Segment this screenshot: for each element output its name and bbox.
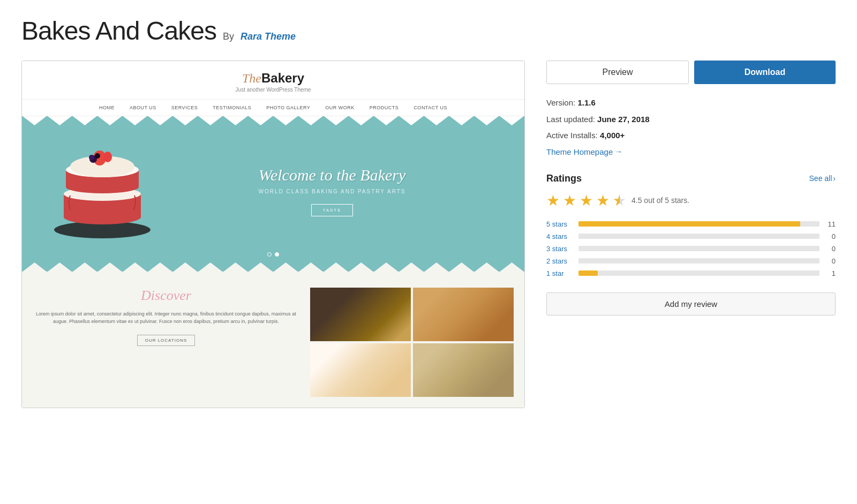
rating-bar-4stars: 4 stars 0 [546, 232, 836, 240]
food-image-2 [413, 288, 514, 341]
preview-button[interactable]: Preview [546, 61, 689, 84]
star-3: ★ [580, 192, 593, 209]
discover-title: Discover [33, 288, 299, 304]
svg-point-9 [103, 152, 112, 162]
rating-bar-count-5: 11 [825, 220, 836, 228]
rating-bar-track-4 [578, 234, 820, 239]
rating-bars: 5 stars 11 4 stars 0 3 stars [546, 220, 836, 277]
star-4: ★ [596, 192, 610, 209]
see-all-label: See all [809, 174, 832, 183]
locations-button[interactable]: OUR LOCATIONS [137, 335, 196, 346]
site-bottom-section: Discover Lorem ipsum dolor sit amet, con… [22, 272, 524, 408]
nav-testimonials[interactable]: TESTIMONIALS [213, 105, 251, 110]
star-2: ★ [563, 192, 576, 209]
sidebar: Preview Download Version: 1.1.6 Last upd… [546, 61, 836, 315]
site-preview: TheBakery Just another WordPress Theme H… [22, 61, 524, 408]
version-row: Version: 1.1.6 [546, 97, 836, 109]
rating-bar-count-2: 0 [825, 257, 836, 265]
meta-info: Version: 1.1.6 Last updated: June 27, 20… [546, 97, 836, 157]
active-installs-row: Active Installs: 4,000+ [546, 130, 836, 142]
stars-display: ★ ★ ★ ★ ★ ★ 4.5 out of 5 stars. [546, 192, 836, 209]
food-image-4 [413, 343, 514, 397]
rating-bar-label-1[interactable]: 1 star [546, 269, 573, 277]
site-header: TheBakery Just another WordPress Theme [22, 61, 524, 100]
arrow-right-icon: → [615, 147, 622, 156]
hero-dot-2[interactable] [275, 252, 279, 257]
page-header: Bakes And Cakes By Rara Theme [21, 16, 836, 46]
page-title-author[interactable]: Rara Theme [240, 31, 296, 42]
rating-bar-track-3 [578, 246, 820, 251]
star-5-half: ★ ★ [613, 192, 626, 209]
food-images-grid [310, 288, 514, 397]
rating-bar-label-4[interactable]: 4 stars [546, 232, 573, 240]
last-updated-label: Last updated: [546, 115, 595, 124]
hero-title: Welcome to the Bakery [172, 166, 492, 184]
see-all-link[interactable]: See all › [809, 174, 836, 183]
site-hero: Welcome to the Bakery WORLD CLASS BAKING… [22, 116, 524, 272]
chevron-right-icon: › [833, 174, 836, 183]
rating-bar-label-3[interactable]: 3 stars [546, 245, 573, 253]
hero-text-block: Welcome to the Bakery WORLD CLASS BAKING… [161, 166, 503, 216]
download-button[interactable]: Download [694, 61, 836, 84]
nav-about[interactable]: ABOUT US [130, 105, 156, 110]
svg-point-11 [89, 155, 94, 160]
rating-bar-track-5 [578, 221, 820, 227]
rating-bar-count-1: 1 [825, 269, 836, 277]
active-installs-label: Active Installs: [546, 131, 598, 140]
ratings-header: Ratings See all › [546, 173, 836, 184]
add-review-button[interactable]: Add my review [546, 292, 836, 315]
food-image-1 [310, 288, 411, 341]
nav-products[interactable]: PRODUCTS [370, 105, 399, 110]
site-nav: HOME ABOUT US SERVICES TESTIMONIALS PHOT… [22, 100, 524, 116]
hero-cake-image [43, 138, 161, 245]
nav-services[interactable]: SERVICES [171, 105, 198, 110]
main-content: TheBakery Just another WordPress Theme H… [21, 61, 836, 408]
rating-bar-track-2 [578, 258, 820, 264]
nav-contact[interactable]: CONTACT US [414, 105, 447, 110]
last-updated-row: Last updated: June 27, 2018 [546, 114, 836, 126]
discover-text: Lorem ipsum dolor sit amet, consectetur … [33, 310, 299, 326]
rating-bar-track-1 [578, 270, 820, 276]
rating-bar-count-4: 0 [825, 232, 836, 240]
page-title-main: Bakes And Cakes [21, 16, 216, 46]
rating-bar-label-2[interactable]: 2 stars [546, 257, 573, 265]
svg-point-12 [95, 153, 100, 159]
active-installs-value: 4,000+ [600, 131, 625, 140]
hero-cta-button[interactable]: TASTE [311, 204, 352, 216]
hero-dots [267, 252, 279, 257]
rating-bar-label-5[interactable]: 5 stars [546, 220, 573, 228]
hero-dot-1[interactable] [267, 252, 272, 257]
site-logo: TheBakery [27, 71, 519, 86]
theme-homepage-label: Theme Homepage [546, 147, 613, 156]
rating-bar-3stars: 3 stars 0 [546, 245, 836, 253]
star-1: ★ [546, 192, 560, 209]
rating-bar-count-3: 0 [825, 245, 836, 253]
rating-bar-fill-1 [578, 270, 598, 276]
last-updated-value: June 27, 2018 [597, 115, 650, 124]
food-image-3 [310, 343, 411, 397]
page-title-by: By [223, 31, 234, 42]
rating-bar-5stars: 5 stars 11 [546, 220, 836, 228]
version-value: 1.1.6 [577, 98, 595, 107]
rating-bar-2stars: 2 stars 0 [546, 257, 836, 265]
nav-our-work[interactable]: OUR WORK [325, 105, 355, 110]
ratings-section: Ratings See all › ★ ★ ★ ★ ★ ★ 4.5 out of… [546, 173, 836, 315]
rating-text: 4.5 out of 5 stars. [632, 196, 689, 205]
nav-home[interactable]: HOME [99, 105, 115, 110]
version-label: Version: [546, 98, 575, 107]
discover-section: Discover Lorem ipsum dolor sit amet, con… [33, 288, 299, 346]
action-buttons: Preview Download [546, 61, 836, 84]
preview-panel: TheBakery Just another WordPress Theme H… [21, 61, 525, 408]
hero-subtitle: WORLD CLASS BAKING AND PASTRY ARTS [172, 189, 492, 194]
nav-photo-gallery[interactable]: PHOTO GALLERY [266, 105, 310, 110]
ratings-title: Ratings [546, 173, 582, 184]
rating-bar-1star: 1 star 1 [546, 269, 836, 277]
site-tagline: Just another WordPress Theme [27, 87, 519, 93]
theme-homepage-link[interactable]: Theme Homepage → [546, 147, 622, 156]
rating-bar-fill-5 [578, 221, 800, 227]
